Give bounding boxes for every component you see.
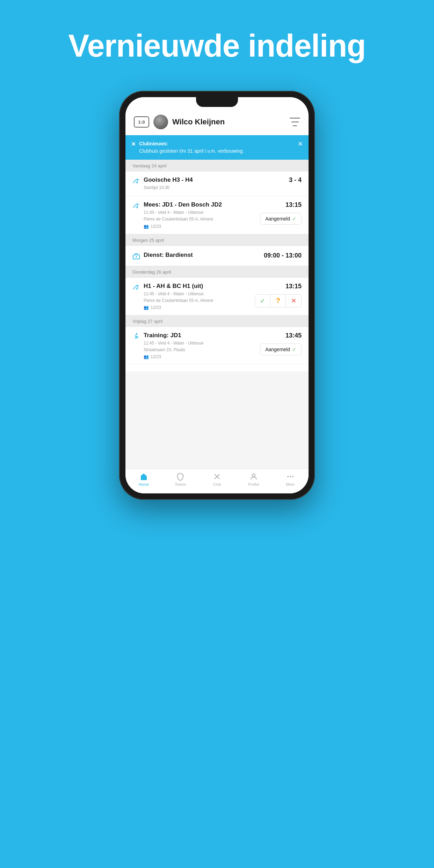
nav-label-club: Club [213, 482, 221, 486]
match-title-h1: H1 - AH & BC H1 (uit) [144, 283, 251, 290]
people-row-training: 👥 12/23 [144, 354, 256, 359]
respond-buttons-h1[interactable]: ✓ ? ✕ [255, 294, 302, 308]
match-sub-gooische: Starttijd 10:30 [144, 185, 285, 191]
people-count-training: 12/23 [151, 354, 161, 359]
running-icon [132, 333, 140, 340]
date-label-donderdag: Donderdag 26 april [132, 269, 171, 275]
match-item-training[interactable]: Training: JD1 11:45 - Veld 4 - Water - U… [125, 327, 309, 364]
news-banner: ✕ Clubnieuws: Clubhuis gesloten t/m 31 a… [125, 135, 309, 160]
nav-label-meer: Meer [286, 482, 295, 486]
service-item-bardienst[interactable]: Dienst: Bardienst 09:00 - 13:00 [125, 246, 309, 266]
briefcase-icon [132, 252, 140, 260]
match-title-training: Training: JD1 [144, 332, 256, 339]
score-icon[interactable]: 1:0 [134, 116, 149, 128]
phone-screen: 1:0 Wilco Kleijnen ✕ Clubnieuws: Clubhui… [125, 97, 309, 493]
aangemeld-btn-mees[interactable]: Aangemeld ✓ [260, 213, 302, 225]
hockey-icon-2 [132, 202, 140, 210]
date-label-today: Vandaag 24 april [132, 163, 166, 168]
aangemeld-check-mees: ✓ [292, 216, 296, 222]
svg-point-9 [292, 476, 294, 477]
news-close-icon[interactable]: ✕ [298, 140, 303, 148]
date-label-vrijdag: Vrijdag 27 april [132, 319, 162, 324]
svg-point-8 [290, 476, 291, 477]
people-row-h1: 👥 12/23 [144, 305, 251, 310]
date-label-morgen: Morgen 25 april [132, 238, 164, 243]
news-x-icon: ✕ [131, 141, 136, 147]
bottom-spacer [125, 364, 309, 371]
user-name: Wilco Kleijnen [172, 117, 285, 126]
date-section-vrijdag: Vrijdag 27 april [125, 315, 309, 327]
nav-item-club[interactable]: Club [199, 472, 236, 486]
hockey-icon-1 [132, 177, 140, 185]
people-icon-mees: 👥 [144, 224, 149, 229]
phone-frame: 1:0 Wilco Kleijnen ✕ Clubnieuws: Clubhui… [119, 91, 315, 500]
phone-notch [196, 97, 238, 107]
aangemeld-check-training: ✓ [292, 347, 296, 352]
match-sub-h1-2: Pierre de Coubertinlaan 55-A, Almere [144, 297, 251, 304]
bottom-nav: Home Teams [125, 469, 309, 493]
page-bg-title: Vernieuwde indeling [0, 28, 434, 64]
scroll-area[interactable]: Vandaag 24 april Gooische H3 - H4 [125, 160, 309, 469]
match-item-gooische[interactable]: Gooische H3 - H4 Starttijd 10:30 3 - 4 [125, 172, 309, 196]
match-score-gooische: 3 - 4 [289, 176, 302, 184]
people-icon-h1: 👥 [144, 305, 149, 310]
nav-label-teams: Teams [175, 482, 186, 486]
svg-point-6 [252, 474, 255, 477]
respond-yes-h1[interactable]: ✓ [255, 295, 270, 307]
nav-item-meer[interactable]: Meer [272, 472, 309, 486]
news-body: Clubhuis gesloten t/m 31 april i.v.m. ve… [139, 148, 244, 154]
match-time-training: 13:45 [285, 332, 302, 339]
match-details-h1: H1 - AH & BC H1 (uit) 11:45 - Veld 4 - W… [144, 283, 251, 310]
nav-item-profiel[interactable]: Profiel [235, 472, 272, 486]
match-sub-mees-2: Pierre de Coubertinlaan 55-A, Almere [144, 216, 256, 223]
news-title: Clubnieuws: [139, 141, 168, 146]
respond-no-h1[interactable]: ✕ [286, 295, 301, 307]
people-count-h1: 12/23 [151, 305, 161, 310]
news-text: Clubnieuws: Clubhuis gesloten t/m 31 apr… [139, 140, 294, 155]
date-section-today: Vandaag 24 april [125, 160, 309, 172]
match-item-mees[interactable]: Mees: JD1 - Den Bosch JD2 11:45 - Veld 4… [125, 196, 309, 234]
match-item-h1[interactable]: H1 - AH & BC H1 (uit) 11:45 - Veld 4 - W… [125, 278, 309, 315]
club-x-icon [212, 472, 222, 481]
aangemeld-btn-training[interactable]: Aangemeld ✓ [260, 343, 302, 355]
hockey-icon-3 [132, 283, 140, 291]
filter-icon[interactable] [290, 118, 300, 126]
match-sub-training-1: 11:45 - Veld 4 - Water - Uittenue [144, 340, 256, 347]
nav-label-home: Home [139, 482, 149, 486]
nav-item-teams[interactable]: Teams [162, 472, 199, 486]
svg-point-3 [136, 333, 137, 334]
app-content: 1:0 Wilco Kleijnen ✕ Clubnieuws: Clubhui… [125, 97, 309, 493]
service-time-bardienst: 09:00 - 13:00 [264, 252, 302, 259]
meer-dots-icon [285, 472, 295, 481]
home-icon [139, 472, 149, 481]
nav-item-home[interactable]: Home [125, 472, 162, 486]
date-section-donderdag: Donderdag 26 april [125, 266, 309, 278]
aangemeld-label-training: Aangemeld [265, 347, 290, 352]
people-icon-training: 👥 [144, 354, 149, 359]
nav-label-profiel: Profiel [248, 482, 259, 486]
service-title-bardienst: Dienst: Bardienst [144, 252, 260, 259]
profiel-icon [249, 472, 259, 481]
respond-maybe-h1[interactable]: ? [270, 295, 286, 307]
match-time-mees: 13:15 [285, 201, 302, 209]
match-sub-mees-1: 11:45 - Veld 4 - Water - Uittenue [144, 209, 256, 216]
svg-point-7 [287, 476, 289, 477]
match-details-gooische: Gooische H3 - H4 Starttijd 10:30 [144, 176, 285, 191]
people-count-mees: 12/23 [151, 224, 161, 229]
teams-shield-icon [175, 472, 185, 481]
match-sub-h1-1: 11:45 - Veld 4 - Water - Uittenue [144, 291, 251, 297]
people-row-mees: 👥 12/23 [144, 224, 256, 229]
aangemeld-label-mees: Aangemeld [265, 216, 290, 222]
service-details-bardienst: Dienst: Bardienst [144, 252, 260, 260]
match-details-training: Training: JD1 11:45 - Veld 4 - Water - U… [144, 332, 256, 359]
match-title-gooische: Gooische H3 - H4 [144, 176, 285, 183]
match-sub-training-2: Straatnaam 23, Plaats [144, 347, 256, 353]
match-title-mees: Mees: JD1 - Den Bosch JD2 [144, 201, 256, 208]
match-time-h1: 13:15 [285, 283, 302, 290]
date-section-morgen: Morgen 25 april [125, 234, 309, 246]
avatar[interactable] [153, 115, 168, 129]
match-details-mees: Mees: JD1 - Den Bosch JD2 11:45 - Veld 4… [144, 201, 256, 229]
